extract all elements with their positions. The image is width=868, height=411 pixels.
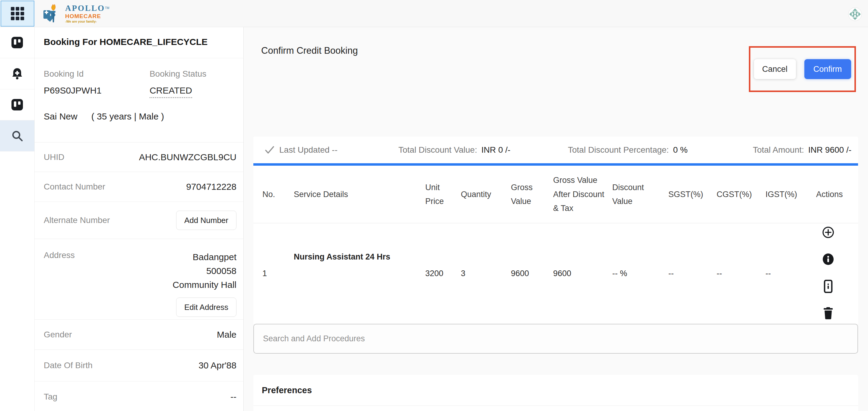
search-icon (10, 129, 24, 142)
total-discount-value-label: Total Discount Value: (398, 145, 477, 155)
apps-grid-icon (11, 7, 24, 20)
total-discount-value: INR 0 /- (482, 145, 510, 155)
highlight-annotation-box: Cancel Confirm (749, 46, 856, 92)
cell-sgst: -- (668, 269, 717, 278)
col-gross-value: Gross Value (511, 180, 553, 208)
cell-no: 1 (262, 269, 294, 278)
main-content: Confirm Credit Booking Cancel Confirm La… (244, 27, 868, 411)
booking-status-value[interactable]: CREATED (150, 85, 192, 98)
trash-icon (823, 307, 834, 319)
col-gross-after: Gross Value After Discount & Tax (553, 173, 612, 215)
col-actions: Actions (816, 187, 858, 201)
table-top-accent-bar (253, 163, 858, 166)
patient-meta: ( 35 years | Male ) (91, 111, 164, 142)
booking-details-panel: Booking For HOMECARE_LIFECYCLE Booking I… (35, 27, 244, 411)
col-cgst: CGST(%) (717, 187, 766, 201)
rail-item-search[interactable] (0, 120, 34, 151)
top-bar: APOLLOTM HOMECARE -We are your family- (0, 0, 868, 27)
cell-gross-after: 9600 (553, 269, 612, 278)
apollo-logo-mark (42, 4, 62, 24)
delete-service-button[interactable] (822, 306, 835, 320)
patient-name: Sai New (44, 111, 78, 142)
add-service-button[interactable] (822, 226, 835, 239)
booking-id-label: Booking Id (44, 69, 150, 79)
address-line-2: 500058 (206, 264, 237, 277)
col-sgst: SGST(%) (668, 187, 717, 201)
services-table-card: Last Updated -- Total Discount Value: IN… (253, 137, 858, 324)
board-icon (11, 36, 24, 49)
col-discount-value: Discount Value (612, 180, 668, 208)
rail-item-tasks[interactable] (0, 89, 34, 120)
service-info-button[interactable] (822, 253, 835, 266)
apps-grid-button[interactable] (1, 1, 34, 27)
add-number-button[interactable]: Add Number (176, 211, 237, 230)
contact-number-value: 9704712228 (186, 182, 237, 192)
bell-add-icon (10, 67, 24, 80)
uhid-value: AHC.BUNWZCGBL9CU (139, 152, 237, 163)
uhid-label: UHID (44, 152, 64, 162)
page-title: Confirm Credit Booking (261, 45, 358, 56)
cell-quantity: 3 (461, 269, 511, 278)
left-icon-rail (0, 27, 35, 411)
booking-panel-title: Booking For HOMECARE_LIFECYCLE (44, 37, 236, 47)
total-discount-pct-label: Total Discount Percentage: (568, 145, 669, 155)
last-updated-text: Last Updated -- (279, 145, 338, 155)
cell-service: Nursing Assistant 24 Hrs (294, 252, 425, 262)
dob-label: Date Of Birth (44, 361, 93, 370)
col-quantity: Quantity (461, 187, 511, 201)
logo-tm: TM (105, 6, 109, 9)
dob-value: 30 Apr'88 (198, 360, 237, 371)
cell-gross-value: 9600 (511, 269, 553, 278)
booking-id-value: P69S0JPWH1 (44, 85, 150, 96)
logo-tagline: -We are your family- (65, 20, 109, 23)
booking-status-label: Booking Status (150, 69, 236, 79)
preferences-title: Preferences (262, 385, 312, 395)
total-amount: INR 9600 /- (808, 145, 851, 155)
address-line-1: Badangpet (193, 251, 237, 264)
total-amount-label: Total Amount: (753, 145, 804, 155)
table-row: 1 Nursing Assistant 24 Hrs 3200 3 9600 9… (253, 223, 858, 323)
preferences-card: Preferences (253, 375, 858, 411)
gender-value: Male (217, 329, 237, 340)
col-no: No. (262, 187, 294, 201)
alternate-number-label: Alternate Number (44, 215, 110, 225)
gender-label: Gender (44, 330, 72, 340)
rail-item-notifications[interactable] (0, 58, 34, 89)
tag-value: -- (230, 392, 237, 402)
cell-unit-price: 3200 (425, 269, 461, 278)
cancel-button[interactable]: Cancel (754, 59, 796, 79)
tag-label: Tag (44, 392, 57, 402)
info-icon (822, 253, 834, 265)
row-actions (816, 223, 858, 323)
table-header-row: No. Service Details Unit Price Quantity … (253, 166, 858, 223)
mobile-info-button[interactable] (822, 280, 835, 293)
edit-address-button[interactable]: Edit Address (176, 297, 237, 317)
search-procedures-input[interactable] (253, 324, 858, 354)
col-service-details: Service Details (294, 187, 425, 201)
contact-number-label: Contact Number (44, 182, 105, 192)
check-icon (264, 145, 275, 155)
total-discount-pct: 0 % (673, 145, 688, 155)
cell-igst: -- (766, 269, 816, 278)
address-label: Address (44, 251, 75, 260)
user-avatar[interactable] (848, 5, 862, 23)
board-icon (11, 98, 24, 111)
col-igst: IGST(%) (766, 187, 816, 201)
add-circle-icon (822, 226, 834, 238)
apollo-homecare-logo: APOLLOTM HOMECARE -We are your family- (42, 3, 109, 24)
avatar-pattern-icon (848, 7, 862, 21)
cell-discount: -- % (612, 269, 668, 278)
logo-homecare-text: HOMECARE (65, 13, 109, 19)
rail-item-board[interactable] (0, 27, 34, 58)
address-line-3: Community Hall (173, 278, 237, 292)
cell-cgst: -- (717, 269, 766, 278)
confirm-button[interactable]: Confirm (804, 59, 851, 79)
mobile-icon (822, 280, 834, 293)
col-unit-price: Unit Price (425, 180, 461, 208)
summary-row: Last Updated -- Total Discount Value: IN… (253, 137, 858, 163)
logo-apollo-text: APOLLO (65, 4, 105, 13)
